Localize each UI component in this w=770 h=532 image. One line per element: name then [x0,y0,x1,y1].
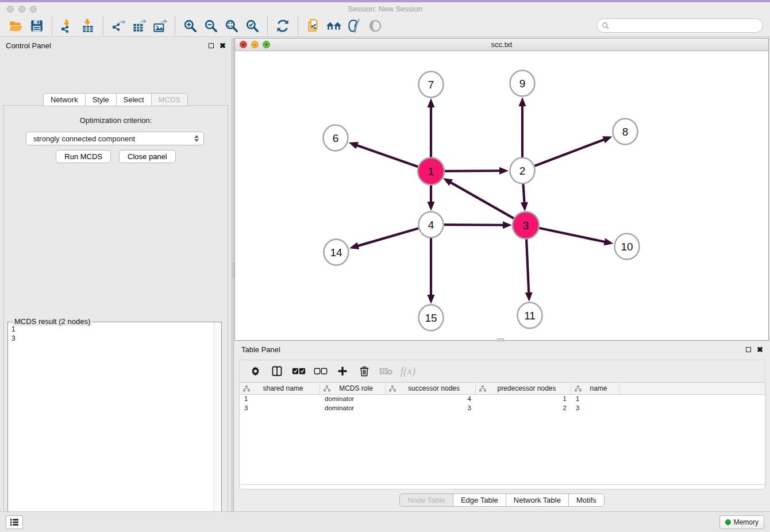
edge-2-3[interactable] [523,184,524,203]
node-label-4: 4 [428,219,434,231]
edge-1-2[interactable] [444,171,500,171]
table-row-0[interactable]: 1dominator411 [240,395,765,404]
tab-network-table[interactable]: Network Table [506,494,569,507]
export-image-icon [152,18,167,33]
open-session-button[interactable] [6,17,26,35]
column-header-shared-name[interactable]: shared name [240,383,320,394]
cell-0-0[interactable]: 1 [240,395,320,404]
edge-4-14[interactable] [357,228,418,246]
edge-2-8[interactable] [535,139,605,165]
search-input[interactable] [610,22,763,30]
edge-3-1[interactable] [450,182,514,219]
add-column-button[interactable] [333,363,352,380]
criterion-dropdown[interactable]: strongly connected component [26,132,204,145]
column-header-predecessor-nodes[interactable]: predecessor nodes [476,383,571,394]
zoom-in-button[interactable] [180,17,201,35]
cyndex-home-button[interactable] [324,17,344,35]
network-window-titlebar[interactable]: ✕ − + scc.txt [235,38,768,51]
duplicate-network-button[interactable] [303,17,324,35]
toolbar-separator [175,17,175,35]
deselect-all-button[interactable] [311,363,330,380]
network-canvas[interactable]: 7968124314101511 [235,51,768,340]
float-table-panel-icon[interactable] [746,347,751,352]
import-network-icon [60,18,75,33]
table-horizontal-scrollbar[interactable] [239,484,765,489]
cell-0-3[interactable]: 1 [476,395,571,404]
node-label-10: 10 [621,241,633,253]
float-panel-icon[interactable] [209,43,214,48]
run-mcds-button[interactable]: Run MCDS [56,150,111,163]
columns-button[interactable] [267,363,287,380]
edge-arrowhead [503,221,512,229]
panel-splitter[interactable] [232,38,234,511]
cell-1-4[interactable]: 3 [571,404,619,413]
edge-arrowhead [428,295,435,304]
task-history-button[interactable] [6,515,23,529]
select-all-button[interactable] [289,363,309,380]
zoom-selected-button[interactable] [242,17,263,35]
export-table-button[interactable] [129,17,149,35]
edge-1-6[interactable] [356,145,418,167]
cell-0-2[interactable]: 4 [386,395,476,404]
tab-motifs[interactable]: Motifs [568,494,605,507]
edge-3-10[interactable] [539,228,606,242]
memory-button[interactable]: Memory [719,515,764,529]
refresh-button[interactable] [272,17,293,35]
zoom-out-button[interactable] [201,17,221,35]
table-row-1[interactable]: 3dominator323 [240,404,765,413]
save-session-button[interactable] [26,17,47,35]
delete-table-button[interactable] [376,363,396,380]
criterion-value: strongly connected component [33,134,135,143]
edge-4-3[interactable] [444,225,504,225]
tab-network[interactable]: Network [43,93,86,106]
cell-1-3[interactable]: 2 [476,404,571,413]
minimize-network-button[interactable]: − [251,41,259,48]
hierarchy-icon [479,385,486,392]
import-network-button[interactable] [57,17,78,35]
control-panel-title: Control Panel [6,41,51,50]
edge-3-11[interactable] [526,238,529,294]
apply-style-button[interactable] [344,17,365,35]
resize-grip[interactable] [497,338,504,341]
close-panel-button[interactable]: Close panel [119,150,176,163]
close-network-button[interactable]: ✕ [240,41,247,48]
toolbar-separator [298,17,298,35]
close-panel-icon[interactable]: ✖ [220,43,226,48]
fx-icon: f(x) [401,365,415,377]
plus-icon [337,365,348,377]
tab-mcds[interactable]: MCDS [151,93,188,106]
delete-button[interactable] [355,363,374,380]
memory-label: Memory [734,518,759,526]
tab-style[interactable]: Style [85,93,117,106]
cell-1-1[interactable]: dominator [320,404,386,413]
column-header-name[interactable]: name [571,383,619,394]
column-header-MCDS-role[interactable]: MCDS role [320,383,386,394]
fit-content-button[interactable] [221,17,242,35]
cell-1-2[interactable]: 3 [386,404,476,413]
export-network-button[interactable] [108,17,129,35]
memory-status-icon [725,519,731,525]
zoom-in-icon [183,18,198,33]
maximize-network-button[interactable]: + [263,41,270,48]
search-field[interactable] [596,18,763,33]
network-window: ✕ − + scc.txt 7968124314101511 [234,38,769,341]
duplicate-network-icon [306,18,321,33]
tab-edge-table[interactable]: Edge Table [453,494,506,507]
network-graph[interactable]: 7968124314101511 [235,51,768,340]
node-label-6: 6 [333,132,339,144]
cell-1-0[interactable]: 3 [240,404,320,413]
cell-0-4[interactable]: 1 [571,395,619,404]
tab-select[interactable]: Select [116,93,152,106]
result-scrollbar[interactable] [214,323,221,532]
gear-button[interactable] [245,363,265,380]
function-builder-button[interactable]: f(x) [398,363,418,380]
node-label-7: 7 [428,79,434,91]
import-table-icon [80,18,95,33]
cell-0-1[interactable]: dominator [320,395,386,404]
show-hide-button[interactable] [365,17,386,35]
column-header-successor-nodes[interactable]: successor nodes [386,383,476,394]
tab-node-table[interactable]: Node Table [399,494,453,507]
export-image-button[interactable] [149,17,170,35]
close-table-panel-icon[interactable]: ✖ [757,347,763,352]
import-table-button[interactable] [78,17,98,35]
